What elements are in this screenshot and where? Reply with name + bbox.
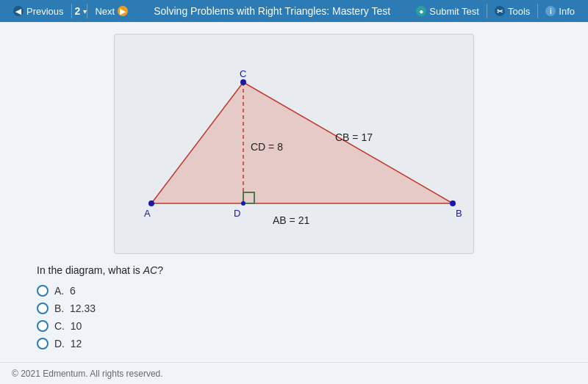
label-d: D [234,208,240,219]
copyright-text: © 2021 Edmentum. All rights reserved. [12,369,163,379]
label-b: B [456,208,462,219]
radio-b[interactable] [37,303,49,314]
question-number: 2 [72,5,84,17]
question-variable: AC [143,264,157,276]
question-suffix: ? [157,264,163,276]
option-c[interactable]: C. 10 [37,320,559,332]
option-b-label: B. 12.33 [54,303,96,314]
diagram-container: A C B D CD = 8 CB = 17 AB = 21 [114,34,474,254]
topbar: ◀ Previous 2 ▾ Next ▶ Solving Problems w… [0,0,588,22]
label-a: A [144,208,151,219]
option-d-label: D. 12 [54,338,82,349]
next-button[interactable]: Next ▶ [87,0,135,22]
tools-icon: ✂ [495,6,505,16]
option-d[interactable]: D. 12 [37,338,559,349]
svg-point-6 [241,201,245,206]
main-content: A C B D CD = 8 CB = 17 AB = 21 In the di… [0,22,588,362]
option-b[interactable]: B. 12.33 [37,303,559,314]
ab-label: AB = 21 [273,214,309,226]
topbar-right: ● Submit Test ✂ Tools i Info [409,0,582,22]
info-icon: i [545,6,556,16]
info-label: Info [559,6,575,17]
svg-point-5 [450,200,456,206]
info-button[interactable]: i Info [538,0,582,22]
question-prefix: In the diagram, what is [37,264,143,276]
submit-icon: ● [416,6,426,16]
cd-label: CD = 8 [251,141,283,153]
page-title: Solving Problems with Right Triangles: M… [135,5,409,17]
previous-icon: ◀ [13,6,24,16]
radio-d[interactable] [37,338,49,349]
tools-label: Tools [508,6,530,17]
options-list: A. 6 B. 12.33 C. 10 D. 12 [37,285,559,349]
cb-label: CB = 17 [335,131,373,143]
previous-label: Previous [26,6,64,17]
tools-button[interactable]: ✂ Tools [487,0,537,22]
footer: © 2021 Edmentum. All rights reserved. [0,362,588,384]
submit-label: Submit Test [429,6,479,17]
option-a[interactable]: A. 6 [37,285,559,297]
svg-point-4 [240,79,246,85]
submit-button[interactable]: ● Submit Test [409,0,487,22]
option-a-label: A. 6 [54,285,76,297]
option-c-label: C. 10 [54,320,82,332]
next-icon: ▶ [118,6,128,16]
radio-c[interactable] [37,320,49,332]
svg-point-3 [148,200,154,206]
svg-marker-0 [151,82,453,203]
label-c: C [240,68,246,79]
radio-a[interactable] [37,285,49,297]
next-label: Next [95,6,115,17]
question-text: In the diagram, what is AC? [37,264,559,276]
diagram-svg: A C B D CD = 8 CB = 17 AB = 21 [115,35,474,254]
previous-button[interactable]: ◀ Previous [6,0,71,22]
